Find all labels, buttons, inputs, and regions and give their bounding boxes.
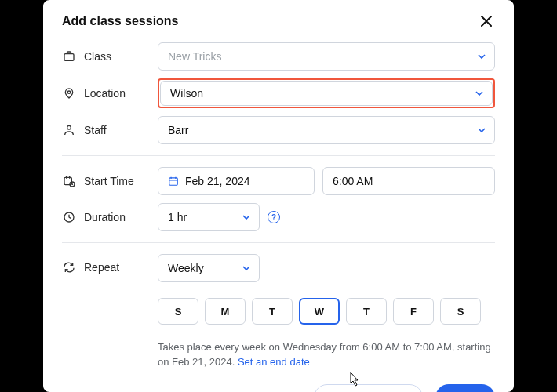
location-highlight: Wilson bbox=[158, 78, 495, 108]
day-toggle[interactable]: S bbox=[440, 298, 481, 325]
day-toggle[interactable]: F bbox=[393, 298, 434, 325]
briefcase-icon bbox=[62, 49, 76, 64]
start-date-value: Feb 21, 2024 bbox=[185, 175, 250, 187]
close-button[interactable] bbox=[478, 13, 495, 30]
svg-rect-5 bbox=[169, 178, 178, 185]
chevron-down-icon bbox=[477, 125, 486, 135]
label-staff: Staff bbox=[62, 123, 158, 137]
day-picker: SMTWTFS bbox=[158, 298, 495, 325]
location-select-value: Wilson bbox=[170, 87, 203, 100]
start-time-input[interactable]: 6:00 AM bbox=[322, 167, 495, 195]
repeat-icon bbox=[62, 260, 76, 274]
day-toggle[interactable]: M bbox=[205, 298, 246, 325]
modal-title: Add class sessions bbox=[62, 14, 179, 28]
repeat-description: Takes place every week on Wednesday from… bbox=[158, 340, 495, 370]
staff-select-value: Barr bbox=[168, 124, 188, 136]
label-class: Class bbox=[62, 49, 158, 64]
chevron-down-icon bbox=[242, 212, 251, 222]
save-and-add-new-button[interactable]: Save & Add New bbox=[314, 384, 423, 392]
modal-header: Add class sessions bbox=[62, 13, 495, 30]
modal-footer: Cancel Save & Add New Save bbox=[62, 384, 495, 392]
location-select[interactable]: Wilson bbox=[160, 81, 493, 106]
svg-point-2 bbox=[67, 125, 71, 129]
row-location: Location Wilson bbox=[62, 78, 495, 108]
row-duration: Duration 1 hr ? bbox=[62, 203, 495, 231]
day-toggle[interactable]: T bbox=[346, 298, 387, 325]
duration-select-value: 1 hr bbox=[168, 211, 187, 223]
start-time-value: 6:00 AM bbox=[333, 175, 373, 187]
map-pin-icon bbox=[62, 86, 76, 100]
staff-select[interactable]: Barr bbox=[158, 116, 495, 144]
svg-rect-0 bbox=[64, 54, 74, 61]
save-button[interactable]: Save bbox=[435, 384, 495, 392]
svg-point-1 bbox=[67, 91, 70, 93]
start-date-input[interactable]: Feb 21, 2024 bbox=[158, 167, 315, 195]
divider bbox=[62, 242, 495, 243]
class-select[interactable]: New Tricks bbox=[158, 42, 495, 71]
add-class-sessions-modal: Add class sessions Class New Tricks bbox=[43, 0, 514, 392]
repeat-frequency-select[interactable]: Weekly bbox=[158, 254, 260, 282]
label-text-start-time: Start Time bbox=[84, 175, 134, 187]
label-text-location: Location bbox=[84, 87, 126, 100]
label-start-time: Start Time bbox=[62, 174, 158, 188]
class-select-value: New Tricks bbox=[168, 50, 221, 63]
label-text-repeat: Repeat bbox=[84, 261, 119, 274]
close-icon bbox=[481, 16, 492, 27]
row-start-time: Start Time Feb 21, 2024 6:00 AM bbox=[62, 167, 495, 195]
svg-rect-3 bbox=[64, 177, 71, 184]
clock-icon bbox=[62, 210, 76, 224]
day-toggle[interactable]: T bbox=[252, 298, 293, 325]
chevron-down-icon bbox=[242, 263, 251, 273]
label-location: Location bbox=[62, 86, 158, 100]
cancel-button[interactable]: Cancel bbox=[254, 384, 301, 392]
calendar-clock-icon bbox=[62, 174, 76, 188]
label-text-class: Class bbox=[84, 50, 111, 63]
chevron-down-icon bbox=[475, 89, 484, 98]
row-staff: Staff Barr bbox=[62, 116, 495, 144]
divider bbox=[62, 155, 495, 156]
label-duration: Duration bbox=[62, 210, 158, 224]
duration-select[interactable]: 1 hr bbox=[158, 203, 260, 231]
label-text-staff: Staff bbox=[84, 124, 107, 136]
chevron-down-icon bbox=[477, 52, 486, 61]
repeat-description-text: Takes place every week on Wednesday from… bbox=[158, 341, 491, 368]
person-icon bbox=[62, 123, 76, 137]
help-icon[interactable]: ? bbox=[268, 211, 280, 223]
label-repeat: Repeat bbox=[62, 254, 158, 274]
day-toggle[interactable]: S bbox=[158, 298, 198, 325]
repeat-frequency-value: Weekly bbox=[168, 262, 204, 274]
set-end-date-link[interactable]: Set an end date bbox=[238, 356, 310, 368]
day-toggle[interactable]: W bbox=[299, 298, 340, 325]
row-repeat: Repeat Weekly SMTWTFS Takes place every … bbox=[62, 254, 495, 370]
row-class: Class New Tricks bbox=[62, 42, 495, 71]
calendar-icon bbox=[168, 176, 179, 187]
label-text-duration: Duration bbox=[84, 211, 126, 223]
